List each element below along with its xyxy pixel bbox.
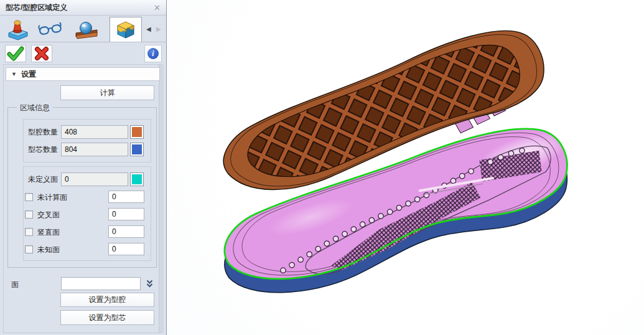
region-info-groupbox: 区域信息 型腔数量 型芯数量 未定义面 未计算面 交叉面 竖直面 未知面 <box>7 107 157 268</box>
face-label: 面 <box>11 280 19 290</box>
cancel-button[interactable] <box>31 45 52 62</box>
tabs-scroll-right-icon[interactable]: ▶ <box>156 26 161 32</box>
glasses-icon <box>38 22 63 37</box>
tab-sphere-overmold-tool[interactable] <box>72 19 101 41</box>
3d-viewport[interactable] <box>167 0 644 335</box>
x-icon <box>32 45 51 62</box>
tabs-scroll-left-icon[interactable]: ◀ <box>146 26 151 32</box>
unknown-faces-label: 未知面 <box>37 245 60 255</box>
cavity-count-input[interactable] <box>61 125 128 139</box>
undefined-color-swatch[interactable] <box>130 172 144 186</box>
vertical-faces-label: 竖直面 <box>37 227 60 238</box>
cavity-count-label: 型腔数量 <box>28 127 58 138</box>
calculate-button[interactable]: 计算 <box>60 85 154 100</box>
region-info-label: 区域信息 <box>17 103 53 113</box>
shoe-sole-mold-scene <box>167 0 644 335</box>
panel-scroll-strip[interactable] <box>159 65 164 333</box>
dialog-title: 型芯/型腔区域定义 <box>6 2 67 13</box>
uncalculated-faces-value[interactable] <box>108 191 144 203</box>
vertical-faces-checkbox[interactable] <box>25 228 33 236</box>
tab-stamp-tool[interactable] <box>4 19 32 41</box>
uncalculated-faces-checkbox[interactable] <box>25 193 33 201</box>
core-color-swatch[interactable] <box>130 143 144 156</box>
face-expand-button[interactable] <box>144 277 155 290</box>
undefined-faces-input[interactable] <box>61 172 128 186</box>
cavity-color-swatch[interactable] <box>130 125 144 139</box>
core-count-input[interactable] <box>61 143 128 156</box>
section-header-label: 设置 <box>21 69 36 80</box>
stamp-icon <box>7 19 29 40</box>
set-as-cavity-button[interactable]: 设置为型腔 <box>60 293 154 307</box>
unknown-faces-value[interactable] <box>108 243 144 255</box>
collapse-arrow-icon: ▼ <box>11 71 17 77</box>
unknown-faces-checkbox[interactable] <box>25 245 33 253</box>
info-button[interactable]: i <box>144 45 162 62</box>
toolbar-divider <box>0 42 167 42</box>
set-as-core-button[interactable]: 设置为型芯 <box>60 310 154 325</box>
core-cavity-dialog: 型芯/型腔区域定义 ✕ <box>0 0 167 335</box>
info-icon: i <box>147 48 159 59</box>
ok-button[interactable] <box>5 45 26 62</box>
core-cavity-box-icon <box>115 20 136 40</box>
undefined-faces-label: 未定义面 <box>28 174 58 185</box>
tab-glasses-tool[interactable] <box>36 19 65 41</box>
tab-core-cavity-box-tool[interactable] <box>110 17 142 42</box>
sphere-on-mat-icon <box>75 21 98 39</box>
check-icon <box>6 45 25 62</box>
chevron-double-down-icon <box>146 279 154 288</box>
crossing-faces-label: 交叉面 <box>37 210 60 220</box>
core-count-label: 型芯数量 <box>28 144 58 155</box>
vertical-faces-value[interactable] <box>108 225 144 238</box>
uncalculated-faces-label: 未计算面 <box>37 192 67 203</box>
section-header-settings[interactable]: ▼ 设置 <box>6 67 160 81</box>
dialog-titlebar: 型芯/型腔区域定义 ✕ <box>0 0 166 16</box>
crossing-faces-value[interactable] <box>108 208 144 220</box>
crossing-faces-checkbox[interactable] <box>25 210 33 219</box>
close-icon[interactable]: ✕ <box>154 4 161 12</box>
face-input[interactable] <box>61 277 141 290</box>
